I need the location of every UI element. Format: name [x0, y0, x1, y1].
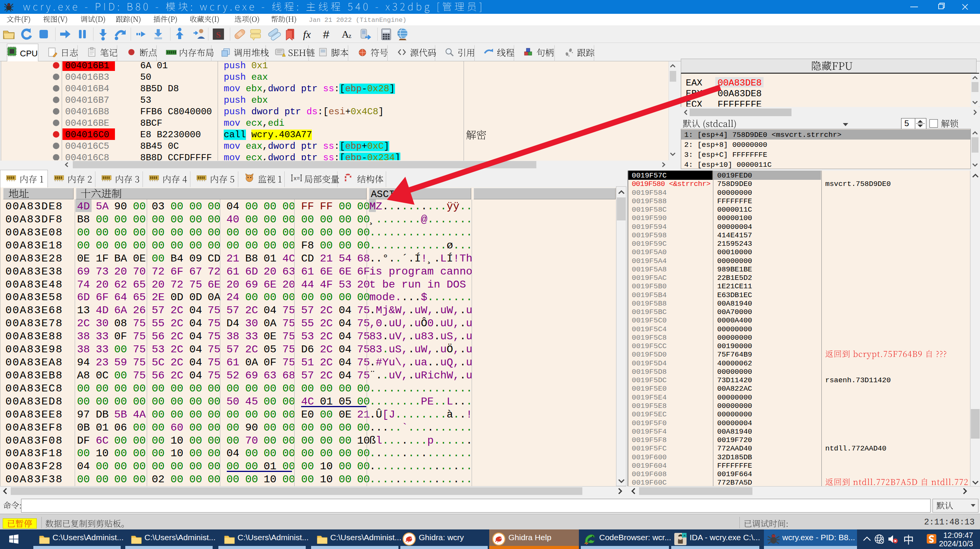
svg-text:32: 32 — [772, 534, 775, 538]
svg-text:S: S — [216, 30, 221, 39]
svg-text:z: z — [349, 33, 351, 39]
svg-text:fx: fx — [303, 28, 311, 40]
svg-text:#: # — [323, 28, 329, 41]
svg-text:32: 32 — [7, 3, 10, 6]
svg-text:x=: x= — [293, 176, 300, 182]
svg-text:A: A — [342, 29, 349, 40]
